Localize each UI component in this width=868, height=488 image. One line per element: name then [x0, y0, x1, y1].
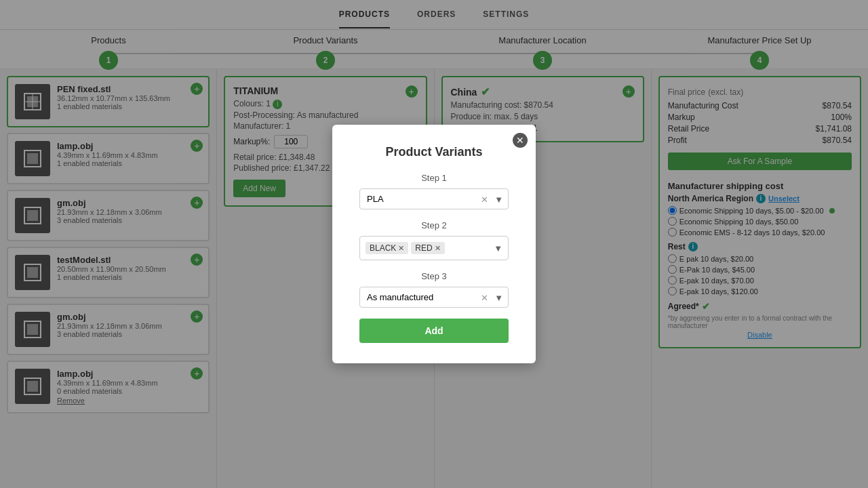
tag-red-label: RED	[415, 243, 432, 253]
modal-step1-clear[interactable]: ✕	[481, 194, 488, 204]
tag-red-remove[interactable]: ✕	[435, 244, 441, 253]
tag-red: RED ✕	[411, 242, 444, 254]
modal-step3-label: Step 3	[359, 271, 509, 281]
modal-step3-wrapper: As manufactured ✕ ▼	[359, 287, 509, 308]
modal-step3-clear[interactable]: ✕	[481, 292, 488, 302]
modal-step1-wrapper: PLA ✕ ▼	[359, 188, 509, 209]
modal-step2-tags[interactable]: BLACK ✕ RED ✕ ▼	[359, 236, 509, 260]
modal-add-button[interactable]: Add	[359, 319, 509, 343]
tag-black-remove[interactable]: ✕	[398, 244, 404, 253]
modal-step1-label: Step 1	[359, 173, 509, 183]
tag-black: BLACK ✕	[366, 242, 408, 254]
tag-black-label: BLACK	[370, 243, 396, 253]
modal-step2-label: Step 2	[359, 220, 509, 230]
product-variants-modal: ✕ Product Variants Step 1 PLA ✕ ▼ Step 2…	[332, 125, 536, 363]
modal-close-button[interactable]: ✕	[513, 133, 528, 148]
modal-overlay[interactable]: ✕ Product Variants Step 1 PLA ✕ ▼ Step 2…	[0, 0, 868, 488]
tags-dropdown-arrow[interactable]: ▼	[494, 243, 502, 253]
modal-title: Product Variants	[359, 145, 509, 159]
